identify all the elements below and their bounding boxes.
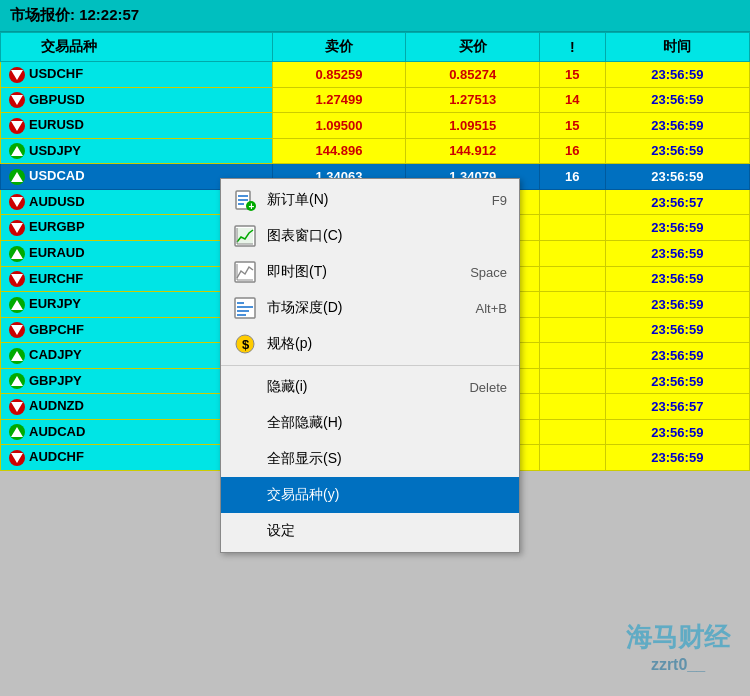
svg-marker-4	[11, 172, 23, 182]
header-pair: 交易品种	[1, 33, 273, 62]
arrow-up-icon	[9, 143, 25, 159]
spread	[539, 343, 605, 369]
time: 23:56:59	[605, 343, 749, 369]
arrow-down-icon	[9, 399, 25, 415]
menu-item-shortcut: Space	[470, 265, 507, 280]
svg-marker-15	[11, 453, 23, 463]
time: 23:56:59	[605, 317, 749, 343]
context-menu-item-show-all[interactable]: 全部显示(S)	[221, 441, 519, 477]
spread: 16	[539, 138, 605, 164]
buy-price: 0.85274	[406, 62, 540, 88]
spread	[539, 189, 605, 215]
time: 23:56:59	[605, 240, 749, 266]
time: 23:56:59	[605, 164, 749, 190]
new-order-icon: +	[233, 188, 257, 212]
watermark-en: zzrt0__	[626, 655, 730, 676]
table-row[interactable]: EURUSD1.095001.095151523:56:59	[1, 113, 750, 139]
instant-chart-icon	[233, 260, 257, 284]
pair-cell: USDCHF	[1, 62, 273, 88]
header-time: 时间	[605, 33, 749, 62]
context-menu-item-instant-chart[interactable]: 即时图(T)Space	[221, 254, 519, 290]
context-menu-item-specs[interactable]: $规格(p)	[221, 326, 519, 362]
context-menu-item-chart-window[interactable]: 图表窗口(C)	[221, 218, 519, 254]
context-menu-item-hide[interactable]: 隐藏(i)Delete	[221, 369, 519, 405]
context-menu-item-new-order[interactable]: +新订单(N)F9	[221, 182, 519, 218]
time: 23:56:57	[605, 189, 749, 215]
title-time: 12:22:57	[79, 6, 139, 23]
svg-rect-19	[238, 203, 244, 205]
arrow-down-icon	[9, 67, 25, 83]
svg-rect-23	[237, 228, 253, 244]
blank-icon	[233, 483, 257, 507]
sell-price: 144.896	[272, 138, 406, 164]
arrow-down-icon	[9, 322, 25, 338]
pair-name: EURUSD	[29, 117, 84, 132]
context-menu-item-settings[interactable]: 设定	[221, 513, 519, 549]
svg-rect-26	[235, 262, 255, 282]
blank-icon	[233, 519, 257, 543]
menu-item-shortcut: F9	[492, 193, 507, 208]
time: 23:56:59	[605, 62, 749, 88]
title-label: 市场报价:	[10, 6, 75, 23]
menu-item-shortcut: Alt+B	[476, 301, 507, 316]
svg-text:$: $	[242, 337, 250, 352]
arrow-up-icon	[9, 246, 25, 262]
context-menu-item-hide-all[interactable]: 全部隐藏(H)	[221, 405, 519, 441]
svg-rect-32	[237, 310, 249, 312]
menu-item-label: 图表窗口(C)	[267, 227, 497, 245]
pair-name: EURJPY	[29, 296, 81, 311]
svg-marker-5	[11, 197, 23, 207]
svg-marker-10	[11, 325, 23, 335]
table-row[interactable]: USDCHF0.852590.852741523:56:59	[1, 62, 750, 88]
pair-name: EURCHF	[29, 271, 83, 286]
table-row[interactable]: GBPUSD1.274991.275131423:56:59	[1, 87, 750, 113]
arrow-down-icon	[9, 118, 25, 134]
buy-price: 1.27513	[406, 87, 540, 113]
time: 23:56:59	[605, 266, 749, 292]
spread	[539, 368, 605, 394]
pair-name: AUDCAD	[29, 424, 85, 439]
chart-icon	[233, 224, 257, 248]
pair-name: USDCHF	[29, 66, 83, 81]
time: 23:56:59	[605, 419, 749, 445]
menu-item-label: 设定	[267, 522, 497, 540]
svg-marker-2	[11, 121, 23, 131]
menu-item-label: 规格(p)	[267, 335, 497, 353]
svg-marker-12	[11, 376, 23, 386]
pair-name: GBPCHF	[29, 322, 84, 337]
watermark: 海马财经 zzrt0__	[626, 621, 730, 676]
pair-name: CADJPY	[29, 347, 82, 362]
blank-icon	[233, 447, 257, 471]
blank-icon	[233, 375, 257, 399]
svg-marker-9	[11, 300, 23, 310]
sell-price: 1.09500	[272, 113, 406, 139]
arrow-down-icon	[9, 271, 25, 287]
menu-item-label: 全部显示(S)	[267, 450, 497, 468]
spread	[539, 394, 605, 420]
spread: 16	[539, 164, 605, 190]
arrow-up-icon	[9, 297, 25, 313]
spread	[539, 240, 605, 266]
table-row[interactable]: USDJPY144.896144.9121623:56:59	[1, 138, 750, 164]
pair-cell: USDJPY	[1, 138, 273, 164]
time: 23:56:59	[605, 87, 749, 113]
pair-cell: GBPUSD	[1, 87, 273, 113]
menu-item-label: 交易品种(y)	[267, 486, 497, 504]
context-menu-item-trade-pairs[interactable]: 交易品种(y)	[221, 477, 519, 513]
sell-price: 0.85259	[272, 62, 406, 88]
buy-price: 144.912	[406, 138, 540, 164]
svg-marker-1	[11, 95, 23, 105]
pair-name: AUDNZD	[29, 398, 84, 413]
arrow-up-icon	[9, 424, 25, 440]
arrow-down-icon	[9, 194, 25, 210]
menu-item-shortcut: Delete	[469, 380, 507, 395]
time: 23:56:59	[605, 368, 749, 394]
context-menu-item-market-depth[interactable]: 市场深度(D)Alt+B	[221, 290, 519, 326]
time: 23:56:59	[605, 215, 749, 241]
table-header-row: 交易品种 卖价 买价 ! 时间	[1, 33, 750, 62]
svg-marker-13	[11, 402, 23, 412]
header-buy: 买价	[406, 33, 540, 62]
menu-item-label: 即时图(T)	[267, 263, 460, 281]
specs-icon: $	[233, 332, 257, 356]
spread	[539, 215, 605, 241]
